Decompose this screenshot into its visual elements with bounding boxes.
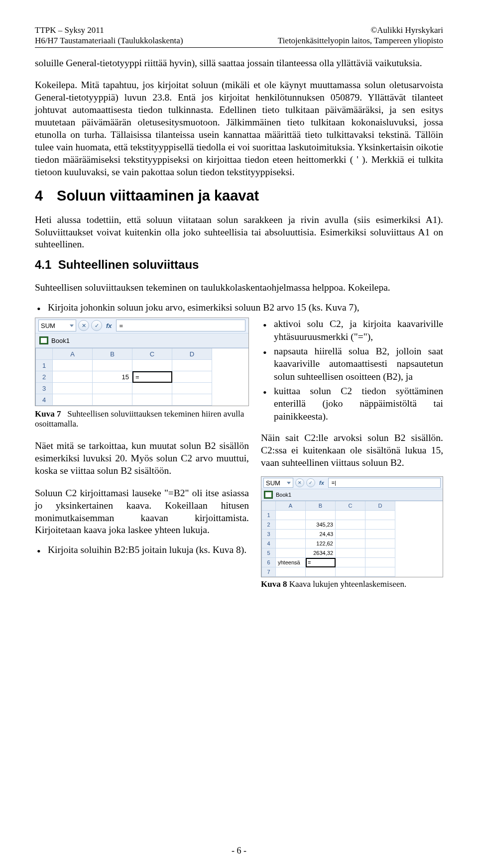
select-all-corner[interactable] — [262, 501, 276, 511]
formula-bar[interactable]: = — [116, 320, 245, 331]
bullet-list-top: Kirjoita johonkin soluun joku arvo, esim… — [35, 301, 443, 314]
col-header-a[interactable]: A — [276, 501, 306, 511]
enter-icon[interactable]: ✓ — [91, 320, 102, 331]
section-title: Soluun viittaaminen ja kaavat — [57, 188, 259, 204]
col-header-c[interactable]: C — [132, 348, 172, 360]
figure8-caption: Kuva 8 Kaava lukujen yhteenlaskemiseen. — [261, 579, 443, 589]
formula-bar-8[interactable]: =| — [328, 478, 441, 488]
paragraph-3: Heti alussa todettiin, että soluun viita… — [35, 214, 443, 251]
right-para: Näin sait C2:lle arvoksi solun B2 sisäll… — [261, 432, 443, 469]
header-left-top: TTPK – Syksy 2011 — [35, 25, 183, 35]
subsection-num: 4.1 — [35, 258, 55, 272]
col-header-a[interactable]: A — [53, 348, 93, 360]
fx-icon[interactable]: fx — [104, 322, 114, 329]
dropdown-icon[interactable] — [70, 325, 74, 327]
row-header-1[interactable]: 1 — [262, 511, 276, 520]
left-para-1: Näet mitä se tarkoittaa, kun muutat solu… — [35, 440, 249, 477]
page-header: TTPK – Syksy 2011 H6/H7 Taustamateriaali… — [35, 25, 443, 46]
row-header-1[interactable]: 1 — [36, 360, 53, 371]
subsection-title: Suhteellinen soluviittaus — [58, 258, 199, 271]
workbook-name-8: Book1 — [276, 492, 291, 498]
row-header-6[interactable]: 6 — [262, 558, 276, 567]
row-header-2[interactable]: 2 — [36, 371, 53, 383]
cancel-icon[interactable]: ✕ — [78, 320, 89, 331]
header-divider — [35, 47, 443, 48]
figure7-caption: Kuva 7 Suhteellisen soluviittauksen teke… — [35, 409, 249, 429]
cell-b2-8[interactable]: 345,23 — [306, 520, 336, 530]
col-header-b[interactable]: B — [93, 348, 132, 360]
spreadsheet-grid-8[interactable]: A B C D 1 2345,23 324,43 4122,62 52634,3… — [261, 501, 443, 577]
bullet-item-1: Kirjoita johonkin soluun joku arvo, esim… — [35, 301, 443, 314]
name-box-8[interactable]: SUM — [263, 478, 293, 488]
name-box-value-8: SUM — [266, 479, 280, 487]
cancel-icon[interactable]: ✕ — [295, 478, 304, 487]
cell-b4-8[interactable]: 122,62 — [306, 539, 336, 548]
cell-b5-8[interactable]: 2634,32 — [306, 548, 336, 558]
dropdown-icon[interactable] — [287, 482, 291, 484]
enter-icon[interactable]: ✓ — [306, 478, 315, 487]
right-bullet-2: napsauta hiirellä solua B2, jolloin saat… — [261, 345, 443, 383]
header-left-bottom: H6/H7 Taustamateriaali (Taulukkolaskenta… — [35, 35, 183, 46]
cell-a6-8[interactable]: yhteensä — [276, 558, 306, 567]
figure7-num: Kuva 7 — [35, 409, 61, 419]
right-bullet-1: aktivoi solu C2, ja kirjoita kaavarivill… — [261, 318, 443, 343]
workbook-icon — [39, 336, 48, 344]
row-header-4[interactable]: 4 — [262, 539, 276, 548]
row-header-3[interactable]: 3 — [262, 530, 276, 539]
bullet-list-bottom: Kirjoita soluihin B2:B5 joitain lukuja (… — [35, 543, 249, 556]
cell-b3-8[interactable]: 24,43 — [306, 530, 336, 539]
row-header-5[interactable]: 5 — [262, 548, 276, 558]
row-header-4[interactable]: 4 — [36, 394, 53, 406]
section-num: 4 — [35, 188, 53, 204]
workbook-name: Book1 — [51, 337, 70, 344]
figure8-num: Kuva 8 — [261, 579, 287, 589]
paragraph-1: soluille General-tietotyyppi riittää hyv… — [35, 57, 443, 70]
header-right-top: ©Aulikki Hyrskykari — [278, 25, 443, 35]
workbook-icon — [264, 491, 273, 499]
excel-screenshot-kuva8: SUM ✕ ✓ fx =| Book1 A B C D — [261, 476, 443, 577]
spreadsheet-grid-7[interactable]: A B C D 1 2 15 = 3 4 — [35, 348, 248, 406]
fx-icon[interactable]: fx — [317, 480, 326, 486]
section-4-heading: 4 Soluun viittaaminen ja kaavat — [35, 188, 443, 204]
bullet-item-bottom: Kirjoita soluihin B2:B5 joitain lukuja (… — [35, 543, 249, 556]
page-number: - 6 - — [0, 846, 478, 856]
col-header-d[interactable]: D — [172, 348, 212, 360]
figure7-text: Suhteellisen soluviittauksen tekeminen h… — [35, 409, 244, 429]
row-header-2[interactable]: 2 — [262, 520, 276, 530]
right-bullet-3: kuittaa solun C2 tiedon syöttäminen ente… — [261, 385, 443, 423]
name-box-value: SUM — [41, 322, 55, 329]
header-right-bottom: Tietojenkäsittelyopin laitos, Tampereen … — [278, 35, 443, 46]
paragraph-2: Kokeilepa. Mitä tapahtuu, jos kirjoitat … — [35, 79, 443, 179]
col-header-c[interactable]: C — [336, 501, 365, 511]
select-all-corner[interactable] — [36, 348, 53, 360]
paragraph-4: Suhteellisen soluviittauksen tekeminen o… — [35, 282, 443, 294]
row-header-3[interactable]: 3 — [36, 383, 53, 394]
cell-b2[interactable]: 15 — [93, 371, 132, 383]
row-header-7[interactable]: 7 — [262, 567, 276, 577]
subsection-41-heading: 4.1 Suhteellinen soluviittaus — [35, 258, 443, 272]
bullet-list-right: aktivoi solu C2, ja kirjoita kaavarivill… — [261, 318, 443, 423]
cell-b6-8[interactable]: = — [306, 558, 336, 567]
col-header-d[interactable]: D — [365, 501, 395, 511]
col-header-b[interactable]: B — [306, 501, 336, 511]
name-box[interactable]: SUM — [38, 320, 76, 331]
figure8-text: Kaava lukujen yhteenlaskemiseen. — [289, 579, 407, 589]
excel-screenshot-kuva7: SUM ✕ ✓ fx = Book1 A B C D — [35, 318, 249, 406]
left-para-2: Soluun C2 kirjoittamasi lauseke "=B2" ol… — [35, 487, 249, 537]
cell-c2[interactable]: = — [132, 371, 172, 383]
